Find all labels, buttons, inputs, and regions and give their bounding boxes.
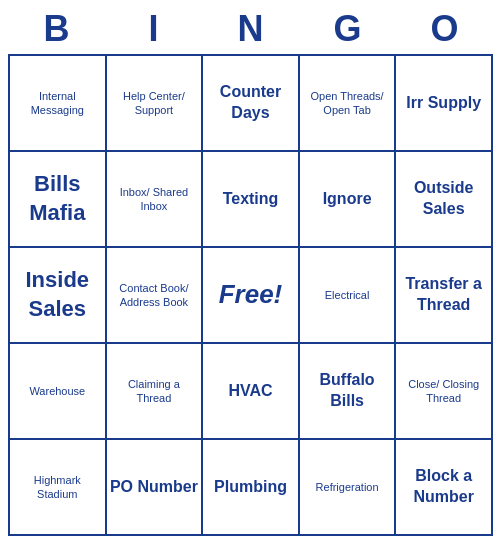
cell-text-22: Plumbing [214,477,287,498]
bingo-cell-15: Warehouse [10,344,107,440]
bingo-cell-4: Irr Supply [396,56,493,152]
cell-text-3: Open Threads/ Open Tab [303,89,392,118]
bingo-cell-16: Claiming a Thread [107,344,204,440]
bingo-cell-7: Texting [203,152,300,248]
cell-text-8: Ignore [323,189,372,210]
bingo-cell-6: Inbox/ Shared Inbox [107,152,204,248]
bingo-cell-9: Outside Sales [396,152,493,248]
bingo-cell-23: Refrigeration [300,440,397,536]
cell-text-24: Block a Number [399,466,488,508]
cell-text-18: Buffalo Bills [303,370,392,412]
cell-text-21: PO Number [110,477,198,498]
bingo-cell-21: PO Number [107,440,204,536]
bingo-cell-2: Counter Days [203,56,300,152]
bingo-cell-5: Bills Mafia [10,152,107,248]
cell-text-6: Inbox/ Shared Inbox [110,185,199,214]
bingo-cell-10: Inside Sales [10,248,107,344]
letter-g: G [299,8,396,50]
bingo-cell-22: Plumbing [203,440,300,536]
bingo-cell-20: Highmark Stadium [10,440,107,536]
cell-text-13: Electrical [325,288,370,302]
letter-i: I [105,8,202,50]
cell-text-20: Highmark Stadium [13,473,102,502]
cell-text-12: Free! [219,278,283,312]
bingo-cell-13: Electrical [300,248,397,344]
bingo-title: B I N G O [8,8,493,50]
cell-text-0: Internal Messaging [13,89,102,118]
bingo-cell-14: Transfer a Thread [396,248,493,344]
bingo-cell-1: Help Center/ Support [107,56,204,152]
bingo-cell-24: Block a Number [396,440,493,536]
letter-o: O [396,8,493,50]
bingo-cell-19: Close/ Closing Thread [396,344,493,440]
bingo-cell-11: Contact Book/ Address Book [107,248,204,344]
bingo-cell-3: Open Threads/ Open Tab [300,56,397,152]
cell-text-5: Bills Mafia [13,170,102,227]
bingo-cell-12: Free! [203,248,300,344]
cell-text-4: Irr Supply [406,93,481,114]
cell-text-7: Texting [223,189,279,210]
cell-text-23: Refrigeration [316,480,379,494]
cell-text-1: Help Center/ Support [110,89,199,118]
letter-n: N [202,8,299,50]
cell-text-9: Outside Sales [399,178,488,220]
cell-text-14: Transfer a Thread [399,274,488,316]
cell-text-17: HVAC [228,381,272,402]
bingo-cell-8: Ignore [300,152,397,248]
cell-text-10: Inside Sales [13,266,102,323]
bingo-cell-0: Internal Messaging [10,56,107,152]
letter-b: B [8,8,105,50]
bingo-cell-17: HVAC [203,344,300,440]
cell-text-11: Contact Book/ Address Book [110,281,199,310]
cell-text-2: Counter Days [206,82,295,124]
cell-text-16: Claiming a Thread [110,377,199,406]
bingo-grid: Internal MessagingHelp Center/ SupportCo… [8,54,493,536]
bingo-cell-18: Buffalo Bills [300,344,397,440]
cell-text-19: Close/ Closing Thread [399,377,488,406]
cell-text-15: Warehouse [29,384,85,398]
